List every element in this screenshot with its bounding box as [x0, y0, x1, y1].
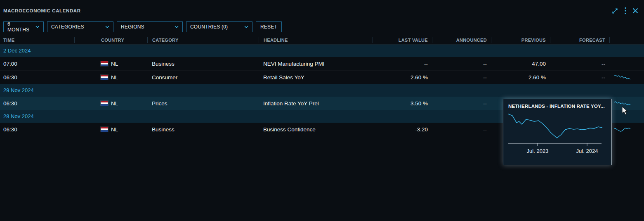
tooltip-title: NETHERLANDS - INFLATION RATE YOY...: [503, 99, 611, 109]
column-header-previous: PREVIOUS: [491, 37, 550, 43]
sparkline-chart-icon: [614, 100, 631, 107]
cell-announced: --: [432, 126, 491, 133]
cell-country: NL: [74, 100, 147, 107]
column-header-country: COUNTRY: [74, 37, 147, 43]
kebab-menu-icon[interactable]: [625, 7, 626, 14]
netherlands-flag-icon: [101, 75, 108, 80]
categories-dropdown[interactable]: CATEGORIES: [47, 21, 113, 32]
cell-sparkline[interactable]: [609, 74, 644, 81]
countries-dropdown[interactable]: COUNTRIES (0): [186, 21, 252, 32]
filter-bar: 6 MONTHS CATEGORIES REGIONS COUNTRIES (0…: [3, 21, 644, 32]
chevron-down-icon: [105, 26, 109, 28]
cell-country: NL: [74, 61, 147, 67]
date-group-row: 29 Nov 2024: [0, 84, 644, 97]
tooltip-x-tick-left: Jul. 2023: [527, 148, 549, 154]
cell-headline: Inflation Rate YoY Prel: [259, 100, 373, 107]
cell-previous: 47.00: [491, 61, 550, 67]
chevron-down-icon: [35, 26, 40, 28]
cell-headline: Retail Sales YoY: [259, 74, 373, 81]
cell-category: Business: [147, 126, 259, 133]
column-header-last-value: LAST VALUE: [373, 37, 432, 43]
cell-forecast: --: [550, 61, 609, 67]
close-icon[interactable]: [632, 8, 638, 14]
cell-announced: --: [432, 100, 491, 107]
cell-category: Business: [147, 61, 259, 67]
window-actions: [611, 7, 638, 14]
cell-previous: 2.60 %: [491, 74, 550, 81]
country-code: NL: [111, 126, 118, 133]
column-header-announced: ANNOUNCED: [432, 37, 491, 43]
period-dropdown-value: 6 MONTHS: [7, 21, 32, 33]
tooltip-chart-series: [508, 114, 602, 138]
cell-headline: NEVI Manufacturing PMI: [259, 61, 373, 67]
tooltip-line-chart: Jul. 2023 Jul. 2024: [508, 111, 607, 156]
country-code: NL: [111, 61, 118, 67]
cell-time: 06:30: [0, 126, 74, 133]
regions-dropdown[interactable]: REGIONS: [117, 21, 183, 32]
table-row[interactable]: 06:30 NL Consumer Retail Sales YoY 2.60 …: [0, 71, 644, 84]
mouse-cursor: [622, 106, 629, 116]
cell-forecast: --: [550, 74, 609, 81]
netherlands-flag-icon: [101, 61, 108, 66]
column-header-headline: HEADLINE: [259, 37, 373, 43]
sparkline-chart-icon: [614, 126, 631, 133]
countries-dropdown-value: COUNTRIES (0): [190, 24, 228, 30]
cell-last-value: 3.50 %: [373, 100, 432, 107]
netherlands-flag-icon: [101, 127, 108, 132]
column-header-sparkline: [609, 37, 644, 43]
table-header: TIME COUNTRY CATEGORY HEADLINE LAST VALU…: [0, 36, 644, 45]
column-header-category: CATEGORY: [147, 37, 259, 43]
expand-icon[interactable]: [611, 7, 618, 14]
chart-tooltip: NETHERLANDS - INFLATION RATE YOY... Jul.…: [503, 99, 612, 165]
cell-sparkline[interactable]: [609, 126, 644, 133]
cell-last-value: --: [373, 61, 432, 67]
regions-dropdown-value: REGIONS: [121, 24, 144, 30]
column-header-time: TIME: [0, 37, 74, 43]
chevron-down-icon: [244, 26, 248, 28]
cell-announced: --: [432, 61, 491, 67]
cell-category: Consumer: [147, 74, 259, 81]
netherlands-flag-icon: [101, 101, 108, 106]
sparkline-chart-icon: [614, 74, 631, 81]
cell-announced: --: [432, 74, 491, 81]
cell-category: Prices: [147, 100, 259, 107]
country-code: NL: [111, 74, 118, 81]
table-row[interactable]: 07:00 NL Business NEVI Manufacturing PMI…: [0, 57, 644, 71]
macro-calendar-panel: MACROECONOMIC CALENDAR: [0, 0, 644, 221]
date-group-row: 2 Dec 2024: [0, 45, 644, 57]
cell-country: NL: [74, 126, 147, 133]
chevron-down-icon: [175, 26, 179, 28]
page-title: MACROECONOMIC CALENDAR: [3, 8, 81, 13]
tooltip-x-tick-right: Jul. 2024: [576, 148, 598, 154]
categories-dropdown-value: CATEGORIES: [51, 24, 84, 30]
cell-sparkline[interactable]: [609, 100, 644, 107]
cell-last-value: -3.20: [373, 126, 432, 133]
period-dropdown[interactable]: 6 MONTHS: [3, 21, 44, 32]
cell-country: NL: [74, 74, 147, 81]
cell-time: 06:30: [0, 74, 74, 81]
country-code: NL: [111, 100, 118, 107]
title-bar: MACROECONOMIC CALENDAR: [0, 0, 644, 21]
reset-button[interactable]: RESET: [256, 21, 282, 32]
cell-time: 07:00: [0, 61, 74, 67]
cell-last-value: 2.60 %: [373, 74, 432, 81]
column-header-forecast: FORECAST: [550, 37, 609, 43]
cell-time: 06:30: [0, 100, 74, 107]
cell-headline: Business Confidence: [259, 126, 373, 133]
